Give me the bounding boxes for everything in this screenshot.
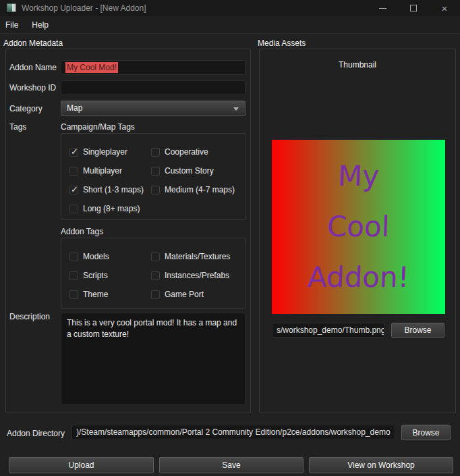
addon-name-input[interactable]: My Cool Mod!	[61, 60, 246, 75]
checkbox-label: Models	[83, 252, 109, 261]
checkbox-icon[interactable]	[69, 271, 78, 280]
metadata-section-title: Addon Metadata	[3, 38, 63, 48]
workshop-id-input[interactable]	[61, 80, 246, 95]
category-label: Category	[9, 104, 42, 113]
checkbox-medium[interactable]: Medium (4-7 maps)	[151, 185, 246, 194]
workshop-id-label: Workshop ID	[9, 83, 56, 92]
checkbox-icon[interactable]	[69, 186, 78, 194]
thumbnail-browse-button[interactable]: Browse	[391, 323, 444, 338]
checkbox-label: Materials/Textures	[165, 252, 230, 261]
checkbox-instances-prefabs[interactable]: Instances/Prefabs	[151, 271, 246, 280]
addon-tags-grid: Models Materials/Textures Scripts Instan…	[61, 238, 246, 304]
upload-button[interactable]: Upload	[9, 457, 154, 473]
tags-label: Tags	[9, 122, 26, 132]
campaign-tags-grid: Singleplayer Cooperative Multiplayer Cus…	[61, 133, 246, 218]
close-button[interactable]: ×	[429, 0, 460, 16]
addon-tags-title: Addon Tags	[61, 227, 103, 236]
description-label: Description	[9, 312, 50, 321]
addon-name-label: Addon Name	[9, 63, 57, 72]
save-button[interactable]: Save	[159, 457, 304, 473]
checkbox-icon[interactable]	[69, 253, 78, 261]
checkbox-icon[interactable]	[69, 148, 78, 157]
thumbnail-image: My Cool Addon!	[272, 140, 445, 314]
minimize-button[interactable]	[367, 0, 398, 16]
checkbox-icon[interactable]	[151, 148, 160, 157]
description-textarea[interactable]: This is a very cool portal mod! It has a…	[61, 313, 246, 405]
checkbox-models[interactable]: Models	[69, 252, 151, 261]
thumbnail-label: Thumbnail	[259, 60, 456, 70]
checkbox-icon[interactable]	[69, 205, 78, 213]
close-icon: ×	[442, 3, 448, 14]
directory-browse-button[interactable]: Browse	[401, 425, 451, 440]
checkbox-label: Instances/Prefabs	[165, 271, 229, 280]
checkbox-label: Scripts	[83, 271, 108, 280]
checkbox-label: Long (8+ maps)	[83, 204, 140, 213]
view-on-workshop-button[interactable]: View on Workshop	[309, 457, 453, 473]
checkbox-scripts[interactable]: Scripts	[69, 271, 151, 280]
checkbox-label: Cooperative	[165, 147, 208, 157]
checkbox-game-port[interactable]: Game Port	[151, 290, 246, 299]
checkbox-materials-textures[interactable]: Materials/Textures	[151, 252, 246, 261]
title-bar[interactable]: Workshop Uploader - [New Addon] ×	[0, 0, 460, 16]
category-value: Map	[67, 103, 82, 113]
checkbox-icon[interactable]	[151, 186, 160, 194]
maximize-icon	[410, 5, 417, 11]
checkbox-label: Theme	[83, 290, 108, 299]
addon-directory-label: Addon Directory	[7, 429, 65, 438]
checkbox-theme[interactable]: Theme	[69, 290, 151, 299]
thumbnail-text-line: My	[337, 162, 380, 190]
checkbox-cooperative[interactable]: Cooperative	[151, 147, 246, 157]
checkbox-short[interactable]: Short (1-3 maps)	[69, 185, 151, 194]
workshop-uploader-window: Workshop Uploader - [New Addon] × File H…	[0, 0, 460, 476]
addon-directory-input[interactable]: )/Steam/steamapps/common/Portal 2 Commun…	[71, 425, 395, 440]
checkbox-label: Singleplayer	[83, 147, 127, 157]
checkbox-singleplayer[interactable]: Singleplayer	[69, 147, 151, 157]
menu-bar: File Help	[0, 16, 460, 34]
checkbox-long[interactable]: Long (8+ maps)	[69, 204, 151, 213]
media-section-title: Media Assets	[258, 38, 306, 48]
thumbnail-path-input[interactable]: s/workshop_demo/Thumb.png	[272, 323, 384, 338]
checkbox-label: Custom Story	[165, 166, 214, 176]
checkbox-icon[interactable]	[151, 290, 160, 299]
thumbnail-text-line: Cool	[327, 213, 391, 241]
checkbox-label: Short (1-3 maps)	[83, 185, 144, 194]
checkbox-icon[interactable]	[69, 290, 78, 299]
category-dropdown[interactable]: Map	[61, 101, 246, 116]
window-controls: ×	[367, 0, 460, 16]
checkbox-multiplayer[interactable]: Multiplayer	[69, 166, 151, 176]
checkbox-icon[interactable]	[69, 167, 78, 176]
checkbox-label: Medium (4-7 maps)	[165, 185, 235, 194]
minimize-icon	[379, 8, 386, 9]
checkbox-icon[interactable]	[151, 271, 160, 280]
checkbox-icon[interactable]	[151, 167, 160, 176]
app-icon	[7, 3, 16, 12]
checkbox-label: Multiplayer	[83, 166, 122, 176]
campaign-tags-title: Campaign/Map Tags	[61, 122, 135, 132]
maximize-button[interactable]	[398, 0, 429, 16]
menu-file[interactable]: File	[0, 18, 25, 32]
chevron-down-icon	[233, 107, 239, 111]
thumbnail-text-line: Addon!	[308, 263, 410, 292]
addon-name-selection: My Cool Mod!	[65, 62, 118, 73]
checkbox-label: Game Port	[165, 290, 204, 299]
checkbox-icon[interactable]	[151, 253, 160, 261]
menu-help[interactable]: Help	[25, 18, 55, 32]
checkbox-custom-story[interactable]: Custom Story	[151, 166, 246, 176]
window-title: Workshop Uploader - [New Addon]	[22, 0, 146, 16]
